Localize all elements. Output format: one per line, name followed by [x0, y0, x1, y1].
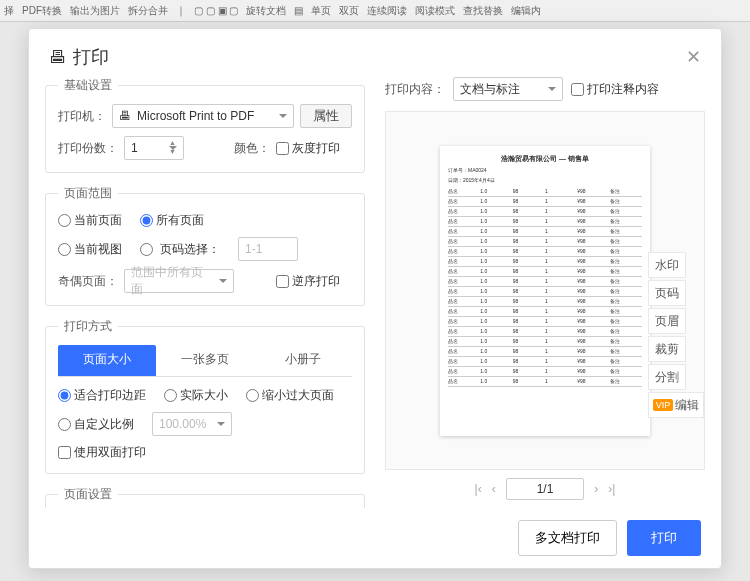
- custom-scale-radio[interactable]: 自定义比例: [58, 416, 134, 433]
- basic-legend: 基础设置: [58, 77, 118, 94]
- current-view-radio[interactable]: 当前视图: [58, 241, 122, 258]
- basic-settings-group: 基础设置 打印机： 🖶 Microsoft Print to PDF 属性 打印…: [45, 77, 365, 173]
- split-tool[interactable]: 分割: [648, 364, 686, 390]
- watermark-tool[interactable]: 水印: [648, 252, 686, 278]
- last-page-button[interactable]: ›|: [608, 482, 615, 496]
- tab-multi-page[interactable]: 一张多页: [156, 345, 254, 376]
- fit-margin-radio[interactable]: 适合打印边距: [58, 387, 146, 404]
- printer-select[interactable]: 🖶 Microsoft Print to PDF: [112, 104, 294, 128]
- print-mode-group: 打印方式 页面大小 一张多页 小册子 适合打印边距 实际大小 缩小过大页面 自定…: [45, 318, 365, 474]
- page-select-radio[interactable]: 页码选择：: [140, 241, 220, 258]
- first-page-button[interactable]: |‹: [475, 482, 482, 496]
- preview-page: 浩瀚贸易有限公司 — 销售单 订单号：MA0024 日期：2015年4月4日 品…: [440, 146, 650, 436]
- dialog-title: 🖶 打印: [49, 45, 109, 69]
- reverse-print-checkbox[interactable]: 逆序打印: [276, 273, 340, 290]
- print-content-select[interactable]: 文档与标注: [453, 77, 563, 101]
- next-page-button[interactable]: ›: [594, 482, 598, 496]
- multi-doc-print-button[interactable]: 多文档打印: [518, 520, 617, 556]
- spin-up-icon[interactable]: ▲: [169, 138, 181, 147]
- page-range-input[interactable]: 1-1: [238, 237, 298, 261]
- prev-page-button[interactable]: ‹: [492, 482, 496, 496]
- mode-legend: 打印方式: [58, 318, 118, 335]
- spin-down-icon[interactable]: ▼: [169, 147, 181, 156]
- edit-tool[interactable]: VIP编辑: [648, 392, 704, 418]
- current-page-radio[interactable]: 当前页面: [58, 212, 122, 229]
- print-dialog: 🖶 打印 ✕ 基础设置 打印机： 🖶 Microsoft Print to PD…: [28, 28, 722, 569]
- copies-input[interactable]: 1 ▲▼: [124, 136, 184, 160]
- pager: |‹ ‹ 1/1 › ›|: [385, 470, 705, 508]
- page-number-tool[interactable]: 页码: [648, 280, 686, 306]
- background-toolbar: 择PDF转换 输出为图片拆分合并 ｜▢ ▢ ▣ ▢ 旋转文档▤单页 双页连续阅读…: [0, 0, 750, 22]
- copies-label: 打印份数：: [58, 140, 118, 157]
- side-tools: 水印 页码 页眉 裁剪 分割 VIP编辑: [648, 252, 704, 418]
- shrink-radio[interactable]: 缩小过大页面: [246, 387, 334, 404]
- print-content-label: 打印内容：: [385, 81, 445, 98]
- print-button[interactable]: 打印: [627, 520, 701, 556]
- setup-legend: 页面设置: [58, 486, 118, 503]
- page-indicator[interactable]: 1/1: [506, 478, 585, 500]
- tab-booklet[interactable]: 小册子: [254, 345, 352, 376]
- odd-even-label: 奇偶页面：: [58, 273, 118, 290]
- page-range-group: 页面范围 当前页面 所有页面 当前视图 页码选择： 1-1 奇偶页面： 范围中所…: [45, 185, 365, 306]
- color-label: 颜色：: [234, 140, 270, 157]
- printer-label: 打印机：: [58, 108, 106, 125]
- tab-page-size[interactable]: 页面大小: [58, 345, 156, 376]
- scale-input[interactable]: 100.00%: [152, 412, 232, 436]
- range-legend: 页面范围: [58, 185, 118, 202]
- actual-size-radio[interactable]: 实际大小: [164, 387, 228, 404]
- print-annot-checkbox[interactable]: 打印注释内容: [571, 81, 659, 98]
- grayscale-checkbox[interactable]: 灰度打印: [276, 140, 340, 157]
- crop-tool[interactable]: 裁剪: [648, 336, 686, 362]
- page-setup-group: 页面设置 纸张大小： A4 页边距 纸张方向： 自动横向/纵向 纵向 横向: [45, 486, 365, 508]
- close-button[interactable]: ✕: [686, 46, 701, 68]
- printer-props-button[interactable]: 属性: [300, 104, 352, 128]
- preview-area: 浩瀚贸易有限公司 — 销售单 订单号：MA0024 日期：2015年4月4日 品…: [385, 111, 705, 470]
- printer-icon: 🖶: [119, 109, 131, 123]
- odd-even-select[interactable]: 范围中所有页面: [124, 269, 234, 293]
- all-pages-radio[interactable]: 所有页面: [140, 212, 204, 229]
- duplex-checkbox[interactable]: 使用双面打印: [58, 444, 146, 461]
- header-tool[interactable]: 页眉: [648, 308, 686, 334]
- print-icon: 🖶: [49, 47, 67, 68]
